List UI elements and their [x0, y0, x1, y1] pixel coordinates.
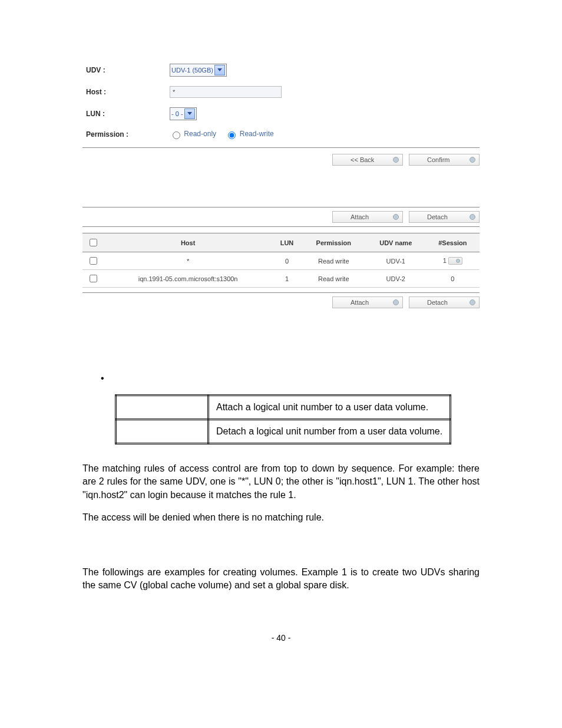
- lun-select[interactable]: - 0 -: [170, 107, 197, 120]
- bullet: •: [82, 373, 480, 384]
- label-lun: LUN :: [82, 103, 166, 125]
- desc-cell-empty: [116, 396, 209, 420]
- back-button[interactable]: << Back: [332, 154, 403, 166]
- col-permission: Permission: [302, 233, 366, 252]
- paragraph-3: The followings are examples for creating…: [82, 566, 480, 592]
- host-table: Host LUN Permission UDV name #Session * …: [82, 233, 480, 288]
- udv-select-value: UDV-1 (50GB): [171, 67, 213, 74]
- select-all-checkbox[interactable]: [90, 239, 97, 246]
- dot-icon: [393, 157, 399, 163]
- paragraph-1: The matching rules of access control are…: [82, 462, 480, 502]
- udv-select[interactable]: UDV-1 (50GB): [170, 64, 227, 77]
- col-udv-name: UDV name: [366, 233, 426, 252]
- dot-icon: [470, 299, 475, 305]
- label-permission: Permission :: [82, 125, 166, 144]
- dot-icon: [470, 214, 475, 220]
- attach-button[interactable]: Attach: [332, 297, 403, 308]
- config-form: UDV : UDV-1 (50GB) Host : LUN : - 0 -: [82, 59, 480, 144]
- confirm-button[interactable]: Confirm: [409, 154, 480, 166]
- chevron-down-icon: [184, 108, 195, 119]
- paragraph-2: The access will be denied when there is …: [82, 511, 480, 524]
- desc-detach: Detach a logical unit number from a user…: [209, 420, 451, 444]
- description-table: Attach a logical unit number to a user d…: [115, 394, 451, 444]
- host-input[interactable]: [170, 86, 282, 98]
- lun-select-value: - 0 -: [171, 110, 183, 117]
- detach-button[interactable]: Detach: [409, 211, 480, 223]
- dot-icon: [470, 157, 475, 163]
- label-host: Host :: [82, 81, 166, 103]
- dot-icon: [393, 214, 399, 220]
- detach-button[interactable]: Detach: [409, 297, 480, 308]
- page-number: - 40 -: [82, 633, 480, 643]
- label-udv: UDV :: [82, 59, 166, 81]
- radio-read-only-input[interactable]: [173, 131, 180, 139]
- chevron-down-icon: [214, 65, 225, 75]
- col-session: #Session: [426, 233, 480, 252]
- desc-attach: Attach a logical unit number to a user d…: [209, 396, 451, 420]
- radio-read-write-input[interactable]: [228, 131, 236, 139]
- row-checkbox[interactable]: [90, 257, 97, 265]
- dot-icon: [393, 299, 399, 305]
- table-row: iqn.1991-05.com.microsoft:s1300n 1 Read …: [82, 270, 480, 288]
- col-host: Host: [104, 233, 272, 252]
- radio-read-write[interactable]: Read-write: [225, 130, 273, 138]
- desc-cell-empty: [116, 420, 209, 444]
- row-checkbox[interactable]: [90, 275, 97, 282]
- col-lun: LUN: [272, 233, 302, 252]
- radio-read-only[interactable]: Read-only: [170, 130, 218, 138]
- attach-button[interactable]: Attach: [332, 211, 403, 223]
- session-button[interactable]: [448, 257, 462, 265]
- table-row: * 0 Read write UDV-1 1: [82, 252, 480, 270]
